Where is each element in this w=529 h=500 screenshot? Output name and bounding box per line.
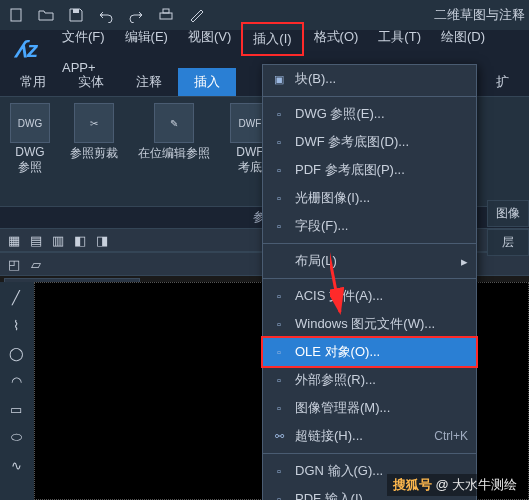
link-icon: ⚯ [271, 428, 287, 444]
svg-rect-3 [163, 9, 169, 13]
menu-view[interactable]: 视图(V) [178, 22, 241, 56]
left-toolbar: ╱ ⌇ ◯ ◠ ▭ ⬭ ∿ [0, 282, 34, 500]
pdf-icon: ▫ [271, 162, 287, 178]
menu-item-img-mgr[interactable]: ▫图像管理器(M)... [263, 394, 476, 422]
spline-tool-icon[interactable]: ∿ [2, 452, 30, 478]
img-mgr-icon: ▫ [271, 400, 287, 416]
panel-image[interactable]: 图像 [487, 200, 529, 227]
image-icon: ▫ [271, 190, 287, 206]
tool-icon[interactable]: ▤ [26, 230, 46, 250]
menu-separator [263, 243, 476, 244]
menu-item-acis[interactable]: ▫ACIS 文件(A)... [263, 282, 476, 310]
menu-draw[interactable]: 绘图(D) [431, 22, 495, 56]
tool-icon[interactable]: ◰ [4, 254, 24, 274]
menu-item-raster[interactable]: ▫光栅图像(I)... [263, 184, 476, 212]
blank-icon [271, 253, 287, 269]
ribbon-tab-expand[interactable]: 扩 [480, 68, 525, 96]
dwg-ref-icon: DWG [10, 103, 50, 143]
edit-inplace-icon: ✎ [154, 103, 194, 143]
menu-item-hyperlink[interactable]: ⚯超链接(H)...Ctrl+K [263, 422, 476, 450]
rect-tool-icon[interactable]: ▭ [2, 396, 30, 422]
menu-insert[interactable]: 插入(I) [241, 22, 303, 56]
new-icon[interactable] [4, 3, 28, 27]
ribbon-btn-edit-inplace[interactable]: ✎ 在位编辑参照 [132, 101, 216, 202]
menu-file[interactable]: 文件(F) [52, 22, 115, 56]
menu-item-pdf-ref[interactable]: ▫PDF 参考底图(P)... [263, 156, 476, 184]
svg-rect-2 [160, 13, 172, 19]
menubar: 文件(F) 编辑(E) 视图(V) 插入(I) 格式(O) 工具(T) 绘图(D… [52, 22, 495, 56]
watermark: 搜狐号 @ 大水牛测绘 [387, 474, 523, 496]
ole-icon: ▫ [271, 344, 287, 360]
dwf-icon: ▫ [271, 134, 287, 150]
menu-edit[interactable]: 编辑(E) [115, 22, 178, 56]
ribbon-tab-annotate[interactable]: 注释 [120, 68, 178, 96]
tool-icon[interactable]: ◨ [92, 230, 112, 250]
ribbon-btn-dwg-ref[interactable]: DWG DWG 参照 [4, 101, 56, 202]
svg-rect-0 [11, 9, 21, 21]
menu-format[interactable]: 格式(O) [304, 22, 369, 56]
right-panels: 图像 层 [487, 200, 529, 256]
block-icon: ▣ [271, 71, 287, 87]
app-logo[interactable]: ʎz [0, 30, 52, 70]
circle-tool-icon[interactable]: ◯ [2, 340, 30, 366]
clip-icon: ✂ [74, 103, 114, 143]
menu-separator [263, 96, 476, 97]
ribbon-btn-clip[interactable]: ✂ 参照剪裁 [64, 101, 124, 202]
watermark-author: 大水牛测绘 [452, 477, 517, 492]
ribbon-tab-common[interactable]: 常用 [4, 68, 62, 96]
menu-separator [263, 278, 476, 279]
insert-menu-dropdown: ▣块(B)... ▫DWG 参照(E)... ▫DWF 参考底图(D)... ▫… [262, 64, 477, 500]
polyline-tool-icon[interactable]: ⌇ [2, 312, 30, 338]
menu-item-dwf-ref[interactable]: ▫DWF 参考底图(D)... [263, 128, 476, 156]
menu-item-layout[interactable]: 布局(L)▸ [263, 247, 476, 275]
menu-item-ole[interactable]: ▫OLE 对象(O)... [261, 336, 478, 368]
arc-tool-icon[interactable]: ◠ [2, 368, 30, 394]
menu-item-block[interactable]: ▣块(B)... [263, 65, 476, 93]
ribbon-btn-label: DWG 参照 [15, 145, 44, 176]
tool-icon[interactable]: ▥ [48, 230, 68, 250]
ribbon-btn-label: 在位编辑参照 [138, 145, 210, 162]
menu-item-xref[interactable]: ▫外部参照(R)... [263, 366, 476, 394]
menu-separator [263, 453, 476, 454]
tool-icon[interactable]: ▦ [4, 230, 24, 250]
menu-tools[interactable]: 工具(T) [368, 22, 431, 56]
ribbon-btn-label: DWF 考底 [236, 145, 263, 176]
ribbon-btn-label: 参照剪裁 [70, 145, 118, 162]
shortcut-label: Ctrl+K [434, 429, 468, 443]
menu-item-field[interactable]: ▫字段(F)... [263, 212, 476, 240]
menu-item-dwg-xref[interactable]: ▫DWG 参照(E)... [263, 100, 476, 128]
watermark-brand: 搜狐号 [393, 477, 432, 492]
dgn-icon: ▫ [271, 463, 287, 479]
tool-icon[interactable]: ◧ [70, 230, 90, 250]
line-tool-icon[interactable]: ╱ [2, 284, 30, 310]
submenu-arrow-icon: ▸ [461, 254, 468, 269]
ribbon-tab-entity[interactable]: 实体 [62, 68, 120, 96]
acis-icon: ▫ [271, 288, 287, 304]
panel-layer[interactable]: 层 [487, 229, 529, 256]
svg-rect-1 [73, 9, 79, 13]
menu-item-wmf[interactable]: ▫Windows 图元文件(W)... [263, 310, 476, 338]
ribbon-tab-insert[interactable]: 插入 [178, 68, 236, 96]
tool-icon[interactable]: ▱ [26, 254, 46, 274]
field-icon: ▫ [271, 218, 287, 234]
xref-icon: ▫ [271, 372, 287, 388]
pdf-icon: ▫ [271, 491, 287, 500]
wmf-icon: ▫ [271, 316, 287, 332]
dwg-icon: ▫ [271, 106, 287, 122]
ellipse-tool-icon[interactable]: ⬭ [2, 424, 30, 450]
